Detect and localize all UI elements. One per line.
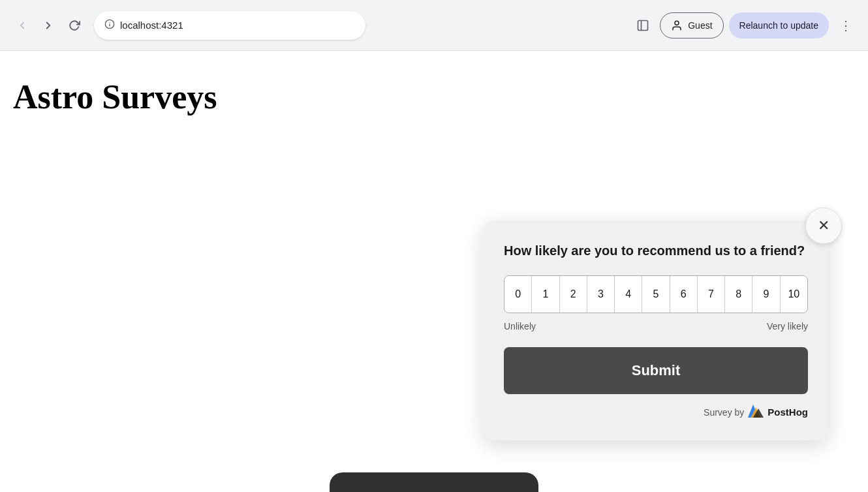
relaunch-button[interactable]: Relaunch to update	[729, 12, 829, 38]
close-survey-button[interactable]: ✕	[805, 208, 842, 244]
back-button[interactable]	[10, 14, 34, 37]
rating-labels: Unlikely Very likely	[504, 321, 808, 331]
relaunch-label: Relaunch to update	[739, 20, 818, 31]
label-unlikely: Unlikely	[504, 321, 536, 331]
rating-5[interactable]: 5	[642, 276, 669, 313]
rating-scale: 0 1 2 3 4 5 6 7 8 9 10	[504, 275, 808, 313]
bottom-bar	[330, 472, 538, 492]
guest-label: Guest	[688, 20, 712, 31]
page-title: Astro Surveys	[13, 77, 855, 117]
rating-3[interactable]: 3	[587, 276, 614, 313]
label-very-likely: Very likely	[767, 321, 808, 331]
rating-10[interactable]: 10	[781, 276, 807, 313]
footer-text: Survey by	[704, 407, 744, 418]
rating-8[interactable]: 8	[725, 276, 752, 313]
url-display: localhost:4321	[120, 20, 355, 31]
submit-button[interactable]: Submit	[504, 347, 808, 394]
survey-question: How likely are you to recommend us to a …	[504, 241, 808, 260]
sidebar-button[interactable]	[631, 14, 655, 37]
posthog-logo	[748, 405, 764, 420]
rating-7[interactable]: 7	[698, 276, 724, 313]
guest-button[interactable]: Guest	[660, 12, 723, 38]
posthog-label: PostHog	[767, 407, 808, 418]
survey-footer: Survey by PostHog	[504, 405, 808, 420]
forward-button[interactable]	[37, 14, 60, 37]
page-content: Astro Surveys ✕ How likely are you to re…	[0, 51, 868, 492]
address-bar[interactable]: localhost:4321	[94, 11, 365, 40]
more-options-button[interactable]: ⋮	[834, 14, 858, 37]
browser-chrome: localhost:4321 Guest Relaunch to update …	[0, 0, 868, 51]
more-icon: ⋮	[839, 18, 852, 33]
svg-rect-3	[638, 20, 648, 30]
rating-6[interactable]: 6	[670, 276, 697, 313]
rating-1[interactable]: 1	[532, 276, 559, 313]
svg-point-5	[675, 21, 679, 25]
info-icon	[104, 19, 115, 32]
rating-0[interactable]: 0	[504, 276, 531, 313]
nav-buttons	[10, 14, 86, 37]
rating-9[interactable]: 9	[752, 276, 779, 313]
rating-4[interactable]: 4	[615, 276, 642, 313]
reload-button[interactable]	[63, 14, 86, 37]
rating-2[interactable]: 2	[560, 276, 587, 313]
survey-widget: ✕ How likely are you to recommend us to …	[483, 221, 829, 440]
close-icon: ✕	[818, 217, 829, 234]
toolbar-right: Guest Relaunch to update ⋮	[631, 12, 858, 38]
